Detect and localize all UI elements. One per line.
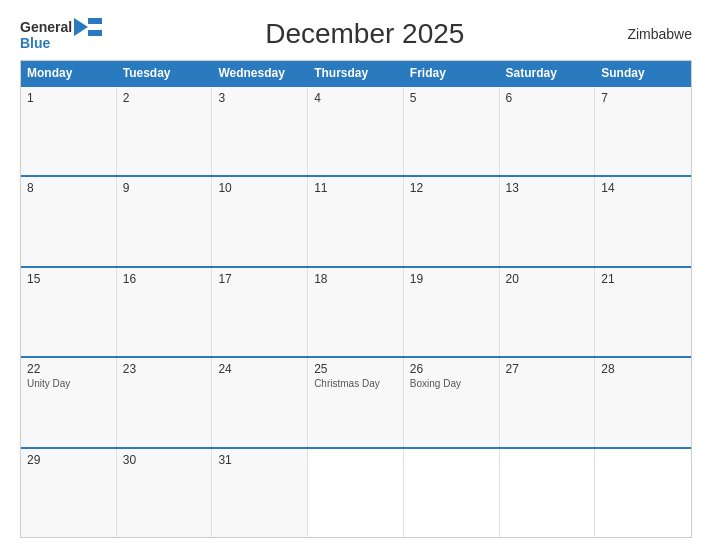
day-of-week-tuesday: Tuesday	[117, 61, 213, 85]
day-number: 16	[123, 272, 206, 286]
day-number: 9	[123, 181, 206, 195]
day-number: 12	[410, 181, 493, 195]
day-number: 19	[410, 272, 493, 286]
day-number: 5	[410, 91, 493, 105]
day-number: 27	[506, 362, 589, 376]
day-number: 4	[314, 91, 397, 105]
day-number: 2	[123, 91, 206, 105]
cal-cell: 5	[404, 87, 500, 175]
cal-cell: 14	[595, 177, 691, 265]
calendar-body: 12345678910111213141516171819202122Unity…	[21, 85, 691, 537]
calendar-page: General Blue December 2025 Zimbabwe Mond…	[0, 0, 712, 550]
cal-cell: 29	[21, 449, 117, 537]
cal-cell: 7	[595, 87, 691, 175]
day-of-week-thursday: Thursday	[308, 61, 404, 85]
day-number: 1	[27, 91, 110, 105]
cal-cell: 24	[212, 358, 308, 446]
cal-cell	[500, 449, 596, 537]
day-number: 6	[506, 91, 589, 105]
cal-cell: 26Boxing Day	[404, 358, 500, 446]
cal-cell: 23	[117, 358, 213, 446]
cal-cell: 13	[500, 177, 596, 265]
day-number: 11	[314, 181, 397, 195]
day-number: 15	[27, 272, 110, 286]
cal-cell: 30	[117, 449, 213, 537]
day-number: 20	[506, 272, 589, 286]
cal-cell: 22Unity Day	[21, 358, 117, 446]
country-label: Zimbabwe	[627, 26, 692, 42]
day-number: 22	[27, 362, 110, 376]
cal-cell: 2	[117, 87, 213, 175]
cal-cell: 1	[21, 87, 117, 175]
day-number: 3	[218, 91, 301, 105]
day-of-week-wednesday: Wednesday	[212, 61, 308, 85]
cal-cell: 25Christmas Day	[308, 358, 404, 446]
cal-cell: 18	[308, 268, 404, 356]
week-row-2: 891011121314	[21, 175, 691, 265]
cal-cell: 9	[117, 177, 213, 265]
cal-cell: 28	[595, 358, 691, 446]
day-number: 13	[506, 181, 589, 195]
svg-rect-3	[88, 24, 102, 30]
logo-flag-icon	[74, 18, 102, 36]
cal-cell: 3	[212, 87, 308, 175]
day-number: 25	[314, 362, 397, 376]
cal-cell: 16	[117, 268, 213, 356]
svg-rect-4	[88, 30, 102, 36]
cal-cell: 17	[212, 268, 308, 356]
cal-cell: 8	[21, 177, 117, 265]
cal-cell: 15	[21, 268, 117, 356]
day-event: Christmas Day	[314, 378, 397, 390]
cal-cell: 27	[500, 358, 596, 446]
day-number: 24	[218, 362, 301, 376]
day-number: 29	[27, 453, 110, 467]
day-number: 10	[218, 181, 301, 195]
cal-cell	[595, 449, 691, 537]
week-row-1: 1234567	[21, 85, 691, 175]
day-number: 28	[601, 362, 685, 376]
day-number: 23	[123, 362, 206, 376]
day-event: Boxing Day	[410, 378, 493, 390]
cal-cell: 20	[500, 268, 596, 356]
header: General Blue December 2025 Zimbabwe	[20, 18, 692, 50]
day-of-week-monday: Monday	[21, 61, 117, 85]
day-event: Unity Day	[27, 378, 110, 390]
cal-cell	[404, 449, 500, 537]
week-row-5: 293031	[21, 447, 691, 537]
cal-cell: 10	[212, 177, 308, 265]
cal-cell	[308, 449, 404, 537]
week-row-4: 22Unity Day232425Christmas Day26Boxing D…	[21, 356, 691, 446]
svg-rect-2	[88, 18, 102, 24]
cal-cell: 12	[404, 177, 500, 265]
day-of-week-saturday: Saturday	[500, 61, 596, 85]
logo-blue-text: Blue	[20, 36, 50, 50]
day-number: 31	[218, 453, 301, 467]
day-number: 8	[27, 181, 110, 195]
logo: General Blue	[20, 18, 102, 50]
cal-cell: 4	[308, 87, 404, 175]
cal-cell: 19	[404, 268, 500, 356]
day-number: 21	[601, 272, 685, 286]
week-row-3: 15161718192021	[21, 266, 691, 356]
day-number: 26	[410, 362, 493, 376]
calendar-header: MondayTuesdayWednesdayThursdayFridaySatu…	[21, 61, 691, 85]
cal-cell: 21	[595, 268, 691, 356]
day-number: 30	[123, 453, 206, 467]
calendar: MondayTuesdayWednesdayThursdayFridaySatu…	[20, 60, 692, 538]
logo-general-text: General	[20, 20, 72, 34]
day-of-week-friday: Friday	[404, 61, 500, 85]
day-number: 18	[314, 272, 397, 286]
cal-cell: 31	[212, 449, 308, 537]
day-number: 14	[601, 181, 685, 195]
cal-cell: 6	[500, 87, 596, 175]
cal-cell: 11	[308, 177, 404, 265]
page-title: December 2025	[265, 18, 464, 50]
day-number: 17	[218, 272, 301, 286]
day-number: 7	[601, 91, 685, 105]
day-of-week-sunday: Sunday	[595, 61, 691, 85]
